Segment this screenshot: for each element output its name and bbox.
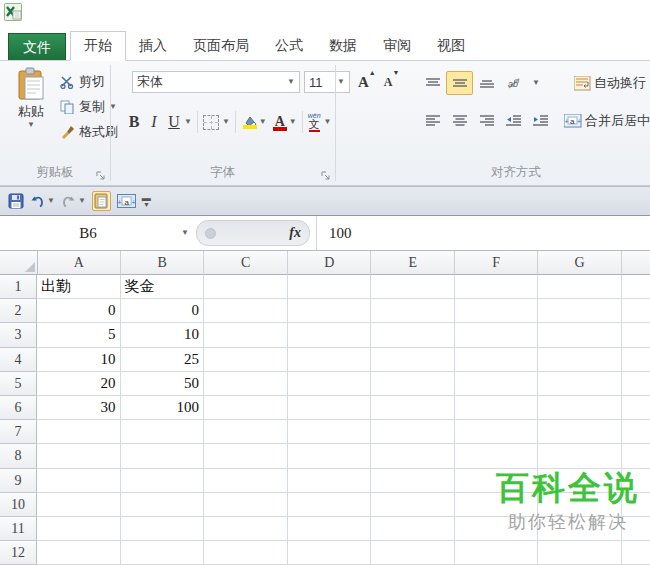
paste-doc-button[interactable] [92, 191, 111, 211]
cell-C10[interactable] [204, 493, 288, 517]
column-header-B[interactable]: B [121, 251, 204, 275]
cell-F3[interactable] [455, 323, 539, 347]
cell-C5[interactable] [204, 372, 288, 396]
wrap-text-button[interactable]: 自动换行 [574, 74, 646, 92]
cell-E9[interactable] [371, 469, 455, 493]
merge-center-button[interactable]: a++ 合并后居中 [564, 112, 650, 130]
tab-视图[interactable]: 视图 [424, 31, 478, 60]
cell-B11[interactable] [121, 517, 205, 541]
cell-B10[interactable] [121, 493, 205, 517]
cell-D10[interactable] [288, 493, 372, 517]
cell-G10[interactable] [538, 493, 622, 517]
bold-button[interactable]: B [124, 113, 144, 131]
redo-button[interactable]: ▼ [61, 195, 86, 208]
cell-E5[interactable] [371, 372, 455, 396]
row-header-7[interactable]: 7 [0, 420, 37, 444]
cell-D12[interactable] [288, 541, 372, 565]
cell-G3[interactable] [538, 323, 622, 347]
cell-A11[interactable] [37, 517, 121, 541]
cell-E11[interactable] [371, 517, 455, 541]
cell-D5[interactable] [288, 372, 372, 396]
redo-dropdown-arrow[interactable]: ▼ [78, 197, 86, 205]
cell-F2[interactable] [455, 299, 539, 323]
merge-cells-qat-button[interactable]: a++ [117, 194, 136, 208]
cell-G6[interactable] [538, 396, 622, 420]
cut-button[interactable]: 剪切 [58, 69, 118, 94]
align-right-button[interactable] [473, 109, 500, 133]
paste-button[interactable]: 粘贴 ▼ [7, 67, 55, 129]
cell-G4[interactable] [538, 348, 622, 372]
cell-A10[interactable] [37, 493, 121, 517]
row-header-10[interactable]: 10 [0, 493, 37, 517]
copy-button[interactable]: 复制 ▼ [58, 94, 118, 119]
cell-C7[interactable] [204, 420, 288, 444]
cell-E7[interactable] [371, 420, 455, 444]
cell-B5[interactable]: 50 [121, 372, 205, 396]
cell-F4[interactable] [455, 348, 539, 372]
tab-审阅[interactable]: 审阅 [370, 31, 424, 60]
cell-D3[interactable] [288, 323, 372, 347]
align-bottom-button[interactable] [473, 71, 500, 95]
column-header-A[interactable]: A [38, 251, 121, 275]
cell-B3[interactable]: 10 [121, 323, 205, 347]
column-header-partial[interactable] [622, 251, 650, 275]
cell-A4[interactable]: 10 [37, 348, 121, 372]
cell-F7[interactable] [455, 420, 539, 444]
undo-dropdown-arrow[interactable]: ▼ [47, 197, 55, 205]
formula-input[interactable]: 100 [317, 225, 352, 242]
cell-E3[interactable] [371, 323, 455, 347]
cell-F5[interactable] [455, 372, 539, 396]
cell-H1[interactable] [622, 275, 650, 299]
row-header-1[interactable]: 1 [0, 275, 37, 299]
column-header-E[interactable]: E [371, 251, 454, 275]
cell-G1[interactable] [538, 275, 622, 299]
underline-button[interactable]: U [164, 113, 184, 131]
cell-A5[interactable]: 20 [37, 372, 121, 396]
undo-button[interactable]: ▼ [30, 195, 55, 208]
tab-页面布局[interactable]: 页面布局 [180, 31, 262, 60]
name-box-dropdown-arrow[interactable]: ▼ [176, 229, 194, 237]
font-color-dropdown-arrow[interactable]: ▼ [289, 118, 297, 126]
cell-A3[interactable]: 5 [37, 323, 121, 347]
cell-E2[interactable] [371, 299, 455, 323]
column-header-F[interactable]: F [455, 251, 538, 275]
italic-button[interactable]: I [144, 113, 164, 131]
row-header-6[interactable]: 6 [0, 396, 37, 420]
cell-H8[interactable] [622, 444, 650, 468]
column-header-G[interactable]: G [538, 251, 621, 275]
cell-D1[interactable] [288, 275, 372, 299]
cell-C8[interactable] [204, 444, 288, 468]
cell-C9[interactable] [204, 469, 288, 493]
cell-H11[interactable] [622, 517, 650, 541]
cell-B2[interactable]: 0 [121, 299, 205, 323]
font-dialog-launcher-icon[interactable] [321, 171, 330, 180]
cell-F10[interactable] [455, 493, 539, 517]
cell-G9[interactable] [538, 469, 622, 493]
cell-F9[interactable] [455, 469, 539, 493]
insert-function-button[interactable]: fx [289, 225, 301, 241]
cell-A9[interactable] [37, 469, 121, 493]
select-all-corner[interactable] [0, 251, 38, 275]
cell-B8[interactable] [121, 444, 205, 468]
borders-dropdown-arrow[interactable]: ▼ [222, 118, 230, 126]
cell-H3[interactable] [622, 323, 650, 347]
cell-D2[interactable] [288, 299, 372, 323]
cell-F12[interactable] [455, 541, 539, 565]
tab-开始[interactable]: 开始 [70, 31, 126, 61]
cell-A8[interactable] [37, 444, 121, 468]
align-top-button[interactable] [419, 71, 446, 95]
cell-B1[interactable]: 奖金 [121, 275, 205, 299]
cell-C2[interactable] [204, 299, 288, 323]
row-header-12[interactable]: 12 [0, 541, 37, 565]
cell-F1[interactable] [455, 275, 539, 299]
tab-数据[interactable]: 数据 [316, 31, 370, 60]
row-header-9[interactable]: 9 [0, 469, 37, 493]
row-header-2[interactable]: 2 [0, 299, 37, 323]
cell-H7[interactable] [622, 420, 650, 444]
name-box[interactable]: B6 [0, 225, 176, 242]
row-header-3[interactable]: 3 [0, 323, 37, 347]
row-header-4[interactable]: 4 [0, 348, 37, 372]
cell-H5[interactable] [622, 372, 650, 396]
font-name-select[interactable]: 宋体 ▼ [132, 71, 300, 93]
cell-B6[interactable]: 100 [121, 396, 205, 420]
